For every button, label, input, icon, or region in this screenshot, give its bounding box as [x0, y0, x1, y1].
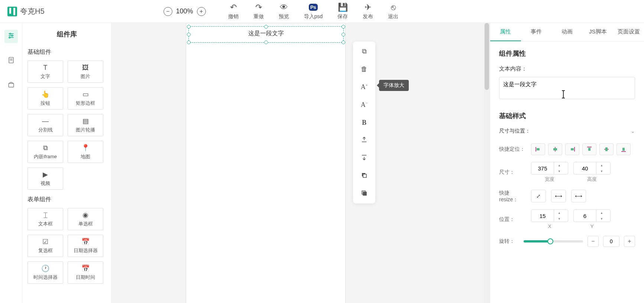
component-item[interactable]: 👆按钮: [27, 87, 63, 110]
height-down[interactable]: ▼: [596, 168, 607, 174]
size-position-label: 尺寸与位置：: [499, 128, 530, 134]
component-item[interactable]: —分割线: [27, 114, 63, 136]
font-decrease-button[interactable]: A−: [357, 100, 371, 110]
selected-text-element[interactable]: 这是一段文字: [188, 26, 344, 43]
x-down[interactable]: ▼: [554, 216, 564, 222]
x-field[interactable]: [531, 213, 554, 219]
delete-button[interactable]: 🗑: [357, 64, 371, 74]
import-psd-button[interactable]: Ps 导入psd: [304, 3, 323, 20]
component-item[interactable]: 📅日期选择器: [68, 235, 103, 257]
component-item[interactable]: ▤图片轮播: [68, 114, 103, 136]
component-item[interactable]: ⧉内嵌iframe: [27, 141, 63, 163]
align-top-button[interactable]: [582, 143, 596, 155]
save-icon: 💾: [338, 3, 348, 12]
y-up[interactable]: ▲: [596, 210, 607, 216]
component-item[interactable]: T文字: [27, 61, 63, 83]
app-logo[interactable]: 夸克H5: [7, 6, 45, 16]
font-increase-button[interactable]: A+: [357, 82, 371, 92]
size-position-toggle[interactable]: 尺寸与位置： ⌄: [499, 128, 635, 134]
width-up[interactable]: ▲: [554, 162, 564, 168]
resize-handle-tl[interactable]: [187, 25, 191, 29]
resize-handle-mr[interactable]: [342, 33, 345, 36]
rotate-plus-button[interactable]: +: [624, 236, 635, 247]
basic-style-heading: 基础样式: [499, 111, 635, 120]
width-down[interactable]: ▼: [554, 168, 564, 174]
component-item[interactable]: ⌶文本框: [27, 208, 63, 230]
y-field[interactable]: [574, 213, 596, 219]
panel-tab[interactable]: JS脚本: [582, 23, 613, 41]
resize-handle-tm[interactable]: [264, 25, 268, 29]
y-input[interactable]: ▲▼: [573, 209, 611, 222]
rotate-slider-handle[interactable]: [547, 238, 553, 244]
component-item[interactable]: ▭矩形边框: [68, 87, 103, 110]
resize-expand-button[interactable]: ⤢: [531, 190, 546, 202]
align-left-button[interactable]: [531, 143, 545, 155]
align-bottom-button[interactable]: [617, 143, 631, 155]
resize-width-button[interactable]: ⟷: [551, 190, 566, 202]
component-item[interactable]: 🖼图片: [68, 61, 103, 83]
redo-button[interactable]: ↷ 重做: [253, 3, 264, 20]
component-item[interactable]: ◉单选框: [68, 208, 103, 230]
bold-button[interactable]: B: [357, 117, 371, 128]
canvas-scrollbar-thumb[interactable]: [485, 23, 489, 90]
height-input[interactable]: ▲▼: [573, 162, 611, 175]
bring-to-front-button[interactable]: [357, 135, 371, 146]
component-item[interactable]: 📅日期时间: [68, 261, 103, 284]
quick-align-label: 快捷定位：: [499, 146, 526, 153]
component-label: 内嵌iframe: [34, 153, 57, 160]
send-backward-button[interactable]: [357, 189, 371, 199]
x-up[interactable]: ▲: [554, 210, 564, 216]
align-center-v-button[interactable]: [599, 143, 614, 155]
resize-handle-br[interactable]: [342, 40, 345, 44]
zoom-in-button[interactable]: +: [197, 7, 206, 16]
align-right-button[interactable]: [565, 143, 579, 155]
bring-forward-button[interactable]: [357, 171, 371, 181]
save-button[interactable]: 💾 保存: [337, 3, 348, 20]
exit-button[interactable]: ⎋ 退出: [388, 3, 398, 20]
panel-tab[interactable]: 页面设置: [613, 23, 644, 41]
component-item[interactable]: 🕐时间选择器: [27, 261, 63, 284]
publish-button[interactable]: ✈ 发布: [363, 3, 373, 20]
zoom-out-button[interactable]: −: [164, 7, 172, 16]
align-center-h-button[interactable]: [548, 143, 562, 155]
undo-button[interactable]: ↶ 撤销: [228, 3, 239, 20]
panel-tab[interactable]: 动画: [552, 23, 583, 41]
rotate-minus-button[interactable]: −: [588, 236, 599, 247]
element-float-toolbar: ⧉ 🗑 A+ A− B: [353, 42, 375, 203]
rotate-value-input[interactable]: [603, 236, 619, 247]
resize-handle-tr[interactable]: [342, 25, 345, 29]
height-up[interactable]: ▲: [596, 162, 607, 168]
send-to-back-button[interactable]: [357, 153, 371, 163]
preview-button[interactable]: 👁 预览: [279, 3, 289, 20]
component-label: 文字: [41, 73, 50, 80]
position-label: 位置：: [499, 216, 526, 223]
x-input[interactable]: ▲▼: [531, 209, 568, 222]
component-item[interactable]: ▶视频: [27, 167, 63, 190]
canvas-page[interactable]: 这是一段文字: [186, 23, 346, 303]
rail-templates[interactable]: [4, 79, 18, 92]
rotate-slider[interactable]: [524, 240, 583, 242]
height-field[interactable]: [574, 165, 596, 172]
resize-height-button[interactable]: ⟷: [571, 190, 586, 202]
resize-handle-ml[interactable]: [187, 33, 191, 36]
y-down[interactable]: ▼: [596, 216, 607, 222]
panel-tab[interactable]: 事件: [521, 23, 552, 41]
component-item[interactable]: ☑复选框: [27, 235, 63, 257]
text-element-content[interactable]: 这是一段文字: [189, 27, 343, 40]
logo-icon: [7, 7, 17, 16]
text-content-input[interactable]: [499, 77, 635, 99]
resize-handle-bm[interactable]: [264, 40, 268, 44]
component-item[interactable]: 📍地图: [68, 141, 103, 163]
canvas-scrollbar[interactable]: [484, 23, 490, 303]
copy-button[interactable]: ⧉: [357, 46, 371, 56]
rail-components[interactable]: [4, 30, 18, 43]
form-components-grid: ⌶文本框◉单选框☑复选框📅日期选择器🕐时间选择器📅日期时间: [27, 208, 106, 284]
panel-tab[interactable]: 属性: [490, 23, 521, 41]
resize-handle-bl[interactable]: [187, 40, 191, 44]
layer-up-icon: [361, 172, 368, 180]
svg-rect-9: [9, 83, 13, 87]
canvas-area[interactable]: 这是一段文字 ⧉ 🗑 A+ A− B: [111, 23, 490, 303]
rail-pages[interactable]: [4, 54, 18, 68]
width-input[interactable]: ▲▼: [531, 162, 568, 175]
width-field[interactable]: [531, 165, 554, 172]
